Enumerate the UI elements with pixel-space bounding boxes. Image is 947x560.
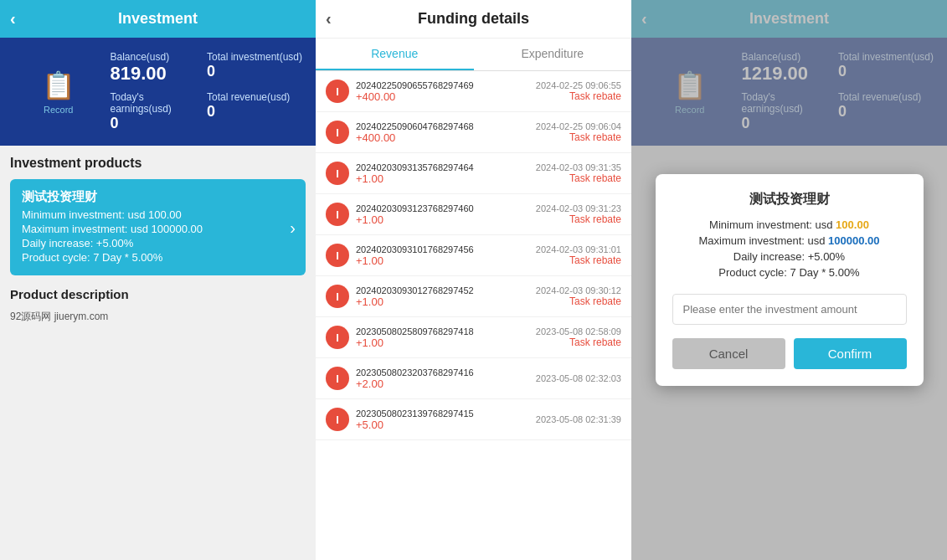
tx-amount: +2.00 <box>356 378 536 390</box>
tx-id: 20240203093135768297464 <box>356 162 536 172</box>
panel1-header: ‹ Investment <box>0 0 316 38</box>
tx-id: 20240203093123768297460 <box>356 203 536 213</box>
tx-type: Task rebate <box>536 254 621 266</box>
tx-icon: I <box>326 285 349 308</box>
tabs-container: Revenue Expenditure <box>316 39 631 71</box>
tx-content: 20240203093101768297456 +1.00 <box>356 244 536 267</box>
modal-product-cycle: Product cycle: 7 Day * 5.00% <box>672 266 907 279</box>
panel1-total-revenue-value: 0 <box>207 103 302 121</box>
product-min-investment: Minimum investment: usd 100.00 <box>22 208 294 221</box>
modal-max-investment: Maximum investment: usd 100000.00 <box>672 234 907 247</box>
tx-id: 20230508023139768297415 <box>356 408 536 419</box>
tx-right: 2024-02-03 09:31:01 Task rebate <box>536 244 621 266</box>
panel1-back-arrow[interactable]: ‹ <box>10 9 16 28</box>
product-description-title: Product description <box>10 287 306 301</box>
transaction-item: I 20240203093135768297464 +1.00 2024-02-… <box>316 153 631 194</box>
tx-id: 20240203093012768297452 <box>356 285 536 295</box>
tx-date: 2024-02-03 09:30:12 <box>536 285 621 295</box>
panel2-title: Funding details <box>418 10 529 28</box>
tx-amount: +1.00 <box>356 172 536 185</box>
panel1-earnings-label: Today's earnings(usd) <box>110 91 199 115</box>
product-arrow-icon: › <box>290 218 296 237</box>
tx-icon: I <box>326 408 349 431</box>
tx-content: 20240203093123768297460 +1.00 <box>356 203 536 226</box>
tx-date: 2023-05-08 02:32:03 <box>536 373 621 383</box>
tx-right: 2023-05-08 02:32:03 <box>536 373 621 383</box>
panel2-back-arrow[interactable]: ‹ <box>326 9 332 28</box>
tab-expenditure[interactable]: Expenditure <box>474 39 632 70</box>
tx-id: 20230508023203768297416 <box>356 367 536 378</box>
tx-amount: +1.00 <box>356 254 536 267</box>
tx-date: 2024-02-03 09:31:35 <box>536 162 621 172</box>
tx-icon: I <box>326 162 349 185</box>
tx-content: 20230508025809768297418 +1.00 <box>356 326 536 349</box>
tx-content: 20240203093135768297464 +1.00 <box>356 162 536 185</box>
panel1-record-icon: 📋 <box>42 69 75 101</box>
product-card[interactable]: 测试投资理财 Minimum investment: usd 100.00 Ma… <box>10 179 306 275</box>
tx-amount: +1.00 <box>356 213 536 226</box>
tx-amount: +1.00 <box>356 337 536 349</box>
tx-date: 2024-02-03 09:31:23 <box>536 203 621 213</box>
transaction-item: I 20230508025809768297418 +1.00 2023-05-… <box>316 317 631 358</box>
tx-id: 20230508025809768297418 <box>356 326 536 337</box>
tx-type: Task rebate <box>536 90 621 102</box>
investment-products-title: Investment products <box>10 156 306 171</box>
tx-id: 20240225090655768297469 <box>356 80 536 90</box>
panel1-record-button[interactable]: 📋 Record <box>13 51 103 132</box>
tx-type: Task rebate <box>536 213 621 225</box>
tx-icon: I <box>326 121 349 144</box>
transaction-item: I 20230508023203768297416 +2.00 2023-05-… <box>316 358 631 399</box>
tx-date: 2024-02-25 09:06:55 <box>536 80 621 90</box>
cancel-button[interactable]: Cancel <box>672 338 785 369</box>
tx-date: 2023-05-08 02:31:39 <box>536 414 621 424</box>
transaction-list: I 20240225090655768297469 +400.00 2024-0… <box>316 71 631 560</box>
investment-modal: 测试投资理财 Minimum investment: usd 100.00 Ma… <box>656 174 924 386</box>
transaction-item: I 20240225090655768297469 +400.00 2024-0… <box>316 71 631 112</box>
investment-amount-input[interactable] <box>672 294 907 325</box>
product-description-text: 92源码网 jiuerym.com <box>10 310 306 324</box>
tx-right: 2024-02-03 09:31:23 Task rebate <box>536 203 621 225</box>
panel1-balance-section: Balance(usd) 819.00 <box>110 51 199 85</box>
tx-content: 20240225090655768297469 +400.00 <box>356 80 536 103</box>
product-description-section: Product description 92源码网 jiuerym.com <box>10 287 306 324</box>
transaction-item: I 20240203093123768297460 +1.00 2024-02-… <box>316 194 631 235</box>
panel1-investment: ‹ Investment Balance(usd) 819.00 Total i… <box>0 0 316 560</box>
tab-revenue[interactable]: Revenue <box>316 39 474 70</box>
product-cycle: Product cycle: 7 Day * 5.00% <box>22 251 294 264</box>
panel2-funding-details: ‹ Funding details Revenue Expenditure I … <box>316 0 631 560</box>
modal-title: 测试投资理财 <box>672 191 907 208</box>
panel1-total-investment-section: Total investment(usd) 0 <box>207 51 302 85</box>
tx-content: 20230508023203768297416 +2.00 <box>356 367 536 390</box>
tx-date: 2024-02-25 09:06:04 <box>536 121 621 131</box>
product-max-investment: Maximum investment: usd 100000.00 <box>22 223 294 235</box>
tx-content: 20230508023139768297415 +5.00 <box>356 408 536 431</box>
tx-date: 2024-02-03 09:31:01 <box>536 244 621 254</box>
panel2-header: ‹ Funding details <box>316 0 631 39</box>
modal-overlay: 测试投资理财 Minimum investment: usd 100.00 Ma… <box>631 0 947 560</box>
tx-type: Task rebate <box>536 131 621 143</box>
transaction-item: I 20240203093012768297452 +1.00 2024-02-… <box>316 276 631 317</box>
tx-amount: +5.00 <box>356 419 536 431</box>
panel1-total-revenue-section: Total revenue(usd) 0 <box>207 91 302 132</box>
tx-content: 20240203093012768297452 +1.00 <box>356 285 536 308</box>
panel1-record-label: Record <box>44 105 73 115</box>
product-name: 测试投资理财 <box>22 189 294 205</box>
panel3-investment-modal: ‹ Investment Balance(usd) 1219.00 Total … <box>631 0 947 560</box>
confirm-button[interactable]: Confirm <box>794 338 907 369</box>
tx-icon: I <box>326 80 349 103</box>
transaction-item: I 20240225090604768297468 +400.00 2024-0… <box>316 112 631 153</box>
modal-buttons: Cancel Confirm <box>672 338 907 369</box>
panel1-balance-label: Balance(usd) <box>110 51 199 63</box>
tx-right: 2024-02-25 09:06:04 Task rebate <box>536 121 621 143</box>
tx-date: 2023-05-08 02:58:09 <box>536 326 621 337</box>
tx-right: 2023-05-08 02:58:09 Task rebate <box>536 326 621 348</box>
tx-id: 20240203093101768297456 <box>356 244 536 254</box>
panel1-body: Investment products 测试投资理财 Minimum inves… <box>0 146 316 560</box>
panel1-total-revenue-label: Total revenue(usd) <box>207 91 302 103</box>
tx-id: 20240225090604768297468 <box>356 121 536 131</box>
panel1-balance-value: 819.00 <box>110 63 199 85</box>
tx-right: 2024-02-03 09:31:35 Task rebate <box>536 162 621 184</box>
transaction-item: I 20240203093101768297456 +1.00 2024-02-… <box>316 235 631 276</box>
tx-type: Task rebate <box>536 337 621 348</box>
product-daily-increase: Daily increase: +5.00% <box>22 237 294 249</box>
